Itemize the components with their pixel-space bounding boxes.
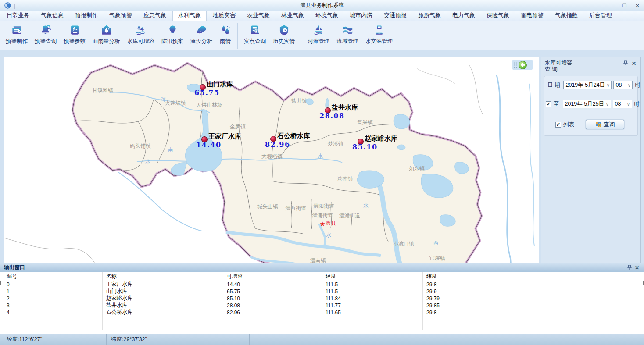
menu-item-agriculture-weather[interactable]: 农业气象 <box>242 10 275 21</box>
cell: 王家厂水库 <box>103 281 223 288</box>
pin-icon[interactable] <box>627 265 632 270</box>
menu-item-lightning-warning[interactable]: 雷电预警 <box>515 10 549 21</box>
table-row[interactable]: 1山门水库65.75111.529.9 <box>0 288 644 295</box>
query-button[interactable]: 查询 <box>586 120 624 129</box>
toolbar-button-river-manage[interactable]: 河流管理 <box>304 22 333 50</box>
menu-item-daily-business[interactable]: 日常业务 <box>1 10 35 21</box>
to-checkbox[interactable]: ✓ <box>546 101 551 107</box>
toolbar-button-hydrostation-manage[interactable]: 水文站管理 <box>362 22 397 50</box>
chevron-down-icon: ∨ <box>605 83 611 88</box>
river-label: 南 <box>168 146 173 153</box>
area-rain-analysis-icon <box>100 24 112 36</box>
toolbar-button-warning-make[interactable]: 预警制作 <box>2 22 31 50</box>
river-label: 涔 <box>161 96 166 103</box>
menu-item-emergency-weather[interactable]: 应急气象 <box>138 10 172 21</box>
column-header-3[interactable]: 经度 <box>322 272 423 281</box>
end-hour-select[interactable]: 08∨ <box>613 100 632 108</box>
close-button[interactable]: ✕ <box>634 3 641 9</box>
town-label: 金罗镇 <box>230 123 246 131</box>
table-row[interactable]: 4石公桥水库82.96111.6529.8 <box>0 309 644 316</box>
column-header-1[interactable]: 名称 <box>103 272 223 281</box>
minimize-button[interactable]: – <box>608 3 615 9</box>
warning-query-icon <box>40 24 52 36</box>
menu-item-hydrology-weather[interactable]: 水利气象 <box>172 10 207 21</box>
toolbar-button-history-disaster[interactable]: 历史灾情 <box>269 22 298 50</box>
toolbar-label: 预警制作 <box>6 38 28 45</box>
toolbar-button-submerge-analysis[interactable]: 淹没分析 <box>187 22 216 50</box>
toolbar-button-rain-status[interactable]: 雨情 <box>216 22 235 50</box>
app-window: | 澧县业务制作系统 – ❐ ✕ 日常业务气象信息预报制作气象预警应急气象水利气… <box>0 0 644 345</box>
town-label: 火连坡镇 <box>165 100 186 107</box>
main-area: 甘溪滩镇火连坡镇天供山林场金罗镇盐井镇复兴镇码头铺镇梦溪镇大堰垱镇如东镇涔南镇城… <box>0 57 644 263</box>
toolbar-button-disaster-point-query[interactable]: 灾点查询 <box>240 22 269 50</box>
menu-item-insurance-weather[interactable]: 保险气象 <box>481 10 515 21</box>
output-table-header: 编号名称可增容经度纬度 <box>0 272 644 281</box>
menu-item-environment-weather[interactable]: 环境气象 <box>310 10 343 21</box>
reservoir-name: 山门水库 <box>207 80 233 89</box>
reservoir-capacity-icon <box>135 24 147 36</box>
output-header: 输出窗口 ✕ <box>0 263 644 272</box>
town-label: 天供山林场 <box>196 101 222 109</box>
panel-close-icon[interactable]: ✕ <box>632 60 636 67</box>
menu-item-traffic-forecast[interactable]: 交通预报 <box>379 10 412 21</box>
menu-item-forestry-weather[interactable]: 林业气象 <box>276 10 309 21</box>
output-window: 输出窗口 ✕ 编号名称可增容经度纬度 0王家厂水库14.40111.529.81… <box>0 263 644 334</box>
list-label: 列表 <box>563 121 574 128</box>
toolbar-button-warning-params[interactable]: 预警参数 <box>60 22 89 50</box>
menu-item-weather-warning[interactable]: 气象预警 <box>104 10 137 21</box>
cell-empty <box>103 323 223 330</box>
menu-item-forecast-making[interactable]: 预报制作 <box>70 10 103 21</box>
start-hour-select[interactable]: 08∨ <box>613 81 633 89</box>
menu-item-tourism-weather[interactable]: 旅游气象 <box>413 10 446 21</box>
toolbar-button-area-rain-analysis[interactable]: 面雨量分析 <box>89 22 124 50</box>
reservoir-value: 82.96 <box>265 140 290 149</box>
menu-item-backend-admin[interactable]: 后台管理 <box>584 10 617 21</box>
toolbar: 预警制作预警查询预警参数面雨量分析水库可增容防汛预案淹没分析雨情灾点查询历史灾情… <box>0 21 644 51</box>
map-toolbar <box>512 60 533 70</box>
toolbar-label: 水文站管理 <box>365 38 393 45</box>
menu-item-urban-flood[interactable]: 城市内涝 <box>344 10 378 21</box>
maximize-button[interactable]: ❐ <box>621 3 628 9</box>
cell: 山门水库 <box>103 288 223 295</box>
reservoir-value: 65.75 <box>194 89 220 97</box>
cell: 4 <box>0 309 103 316</box>
menu-item-power-weather[interactable]: 电力气象 <box>447 10 480 21</box>
cell: 29.79 <box>423 295 566 302</box>
cell: 111.84 <box>322 295 423 302</box>
end-date-select[interactable]: 2019年 5月25日∨ <box>563 100 611 108</box>
menu-item-geology-disaster[interactable]: 地质灾害 <box>208 10 241 21</box>
cell-filler <box>566 323 644 330</box>
town-label: 甘溪滩镇 <box>92 87 113 94</box>
toolbar-button-flood-plan[interactable]: 防汛预案 <box>158 22 187 50</box>
column-header-2[interactable]: 可增容 <box>223 272 322 281</box>
menu-item-weather-index[interactable]: 气象指数 <box>550 10 583 21</box>
start-date-select[interactable]: 2019年 5月24日∨ <box>563 81 612 89</box>
toolbar-separator <box>301 23 301 50</box>
column-header-4[interactable]: 纬度 <box>423 272 566 281</box>
drag-handle-icon[interactable] <box>514 62 517 68</box>
toolbar-button-warning-query[interactable]: 预警查询 <box>31 22 60 50</box>
table-empty-row <box>0 316 644 323</box>
menu-item-weather-info[interactable]: 气象信息 <box>36 10 69 21</box>
table-row[interactable]: 2赵家峪水库85.10111.8429.79 <box>0 295 644 302</box>
county-star-icon: ★ <box>319 220 325 228</box>
pin-icon[interactable] <box>623 60 628 66</box>
table-row[interactable]: 0王家厂水库14.40111.529.8 <box>0 281 644 288</box>
list-checkbox[interactable]: ✓ <box>555 122 561 128</box>
zoom-in-button[interactable] <box>519 61 527 69</box>
town-label: 盐井镇 <box>291 97 307 105</box>
output-close-icon[interactable]: ✕ <box>635 265 639 271</box>
reservoir-name: 盐井水库 <box>332 103 358 112</box>
toolbar-button-basin-manage[interactable]: 流域管理 <box>333 22 362 50</box>
county-label: 澧县 <box>326 220 336 227</box>
toolbar-label: 河流管理 <box>308 38 329 45</box>
cell-empty <box>423 316 566 323</box>
toolbar-button-reservoir-capacity[interactable]: 水库可增容 <box>124 22 158 50</box>
reservoir-value: 28.08 <box>319 112 345 120</box>
map-panel[interactable]: 甘溪滩镇火连坡镇天供山林场金罗镇盐井镇复兴镇码头铺镇梦溪镇大堰垱镇如东镇涔南镇城… <box>4 57 539 263</box>
town-label: 码头铺镇 <box>130 142 151 150</box>
column-header-0[interactable]: 编号 <box>0 272 103 281</box>
cell: 3 <box>0 302 103 309</box>
table-row[interactable]: 3盐井水库28.08111.7729.85 <box>0 302 644 309</box>
chevron-down-icon: ∨ <box>626 102 632 107</box>
